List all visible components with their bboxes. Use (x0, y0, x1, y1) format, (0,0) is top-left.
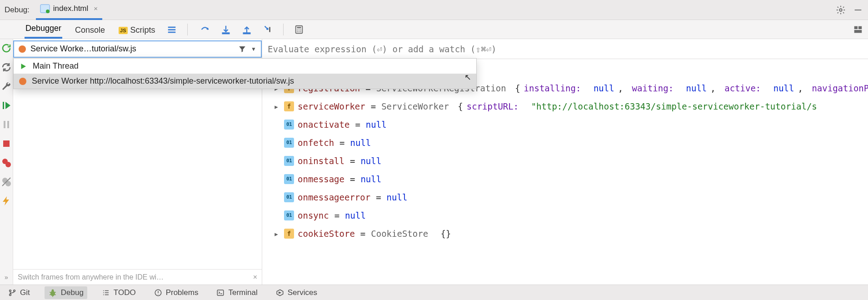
bottom-services[interactable]: Services (272, 286, 321, 299)
svg-rect-19 (854, 30, 862, 32)
svg-point-30 (10, 294, 11, 295)
close-icon[interactable]: × (253, 273, 257, 281)
sidebar: » (0, 39, 13, 285)
thread-dot-icon (19, 45, 26, 53)
thread-menu: Main Thread Service Worker http://localh… (13, 58, 477, 89)
debug-label: Debug: (5, 5, 30, 15)
breakpoints-icon[interactable] (0, 156, 13, 169)
calculator-icon[interactable] (294, 24, 304, 35)
minimize-icon[interactable] (853, 5, 863, 15)
variable-row[interactable]: 01 onactivate = null (272, 115, 868, 134)
center-area: Service Worke…tutorial/sw.js ▼ Main Thre… (13, 39, 868, 285)
property-badge-icon: 01 (284, 210, 294, 220)
tab-console[interactable]: Console (74, 22, 106, 39)
layout-settings-icon[interactable] (853, 24, 863, 35)
threads-list-icon[interactable] (166, 24, 177, 35)
svg-rect-10 (297, 27, 301, 28)
lightning-icon[interactable] (0, 195, 13, 207)
svg-point-32 (50, 290, 55, 296)
var-name: onsync (298, 206, 329, 225)
var-prop: navigationPreload (812, 79, 868, 97)
svg-point-31 (14, 290, 15, 291)
variable-row[interactable]: 01 onsync = null (272, 206, 868, 225)
bottom-debug[interactable]: Debug (45, 286, 87, 299)
svg-point-1 (46, 10, 50, 13)
bottom-todo[interactable]: TODO (98, 286, 140, 299)
file-tab-index-html[interactable]: index.html × (36, 0, 102, 20)
variable-row[interactable]: 01 onfetch = null (272, 134, 868, 152)
html-file-icon (40, 3, 50, 14)
update-app-icon[interactable] (0, 61, 13, 74)
variable-row[interactable]: 01 oninstall = null (272, 152, 868, 170)
git-branch-icon (8, 289, 16, 297)
bottom-terminal[interactable]: Terminal (213, 286, 261, 299)
bottom-bar: Git Debug TODO Problems Terminal Service… (0, 285, 868, 300)
bottom-git[interactable]: Git (5, 286, 34, 299)
mute-breakpoints-icon[interactable] (0, 175, 13, 188)
step-out-icon[interactable] (241, 24, 252, 35)
switch-frames-tip-label: Switch frames from anywhere in the IDE w… (18, 273, 164, 281)
wrench-icon[interactable] (0, 80, 13, 93)
svg-rect-7 (222, 33, 229, 34)
svg-point-25 (5, 162, 11, 167)
property-badge-icon: 01 (284, 120, 294, 130)
more-icon[interactable]: » (5, 274, 8, 281)
svg-rect-35 (218, 290, 224, 295)
expand-arrow-icon[interactable]: ▸ (272, 97, 280, 115)
var-value: "http://localhost:63343/simple-servicewo… (531, 97, 817, 115)
var-value: null (387, 188, 408, 206)
thread-dot-icon (19, 78, 26, 85)
bottom-todo-label: TODO (114, 288, 136, 297)
svg-rect-21 (4, 121, 5, 128)
expand-arrow-icon[interactable]: ▸ (272, 225, 280, 243)
divider (187, 24, 188, 35)
svg-rect-20 (3, 102, 4, 109)
tool-tabs: Debugger Console JS Scripts (25, 20, 156, 39)
svg-rect-22 (7, 121, 9, 128)
rerun-icon[interactable] (0, 42, 13, 55)
variable-row[interactable]: ▸ f cookieStore = CookieStore {} (272, 225, 868, 243)
variable-row[interactable]: ▸ f serviceWorker = ServiceWorker { scri… (272, 97, 868, 115)
var-name: oninstall (298, 152, 344, 170)
chevron-down-icon[interactable]: ▼ (251, 46, 256, 52)
run-to-cursor-icon[interactable] (262, 24, 273, 35)
bottom-problems-label: Problems (166, 288, 199, 297)
pause-icon[interactable] (0, 118, 13, 131)
tab-debugger[interactable]: Debugger (25, 20, 62, 39)
var-value: null (350, 134, 371, 152)
svg-rect-18 (858, 26, 862, 29)
file-tab-label: index.html (53, 4, 88, 13)
variable-row[interactable]: 01 onmessage = null (272, 170, 868, 188)
var-value: {} (441, 225, 451, 243)
frames-panel: Service Worke…tutorial/sw.js ▼ Main Thre… (13, 39, 262, 285)
var-value: null (360, 170, 381, 188)
tab-scripts[interactable]: JS Scripts (118, 22, 156, 39)
filter-icon[interactable] (238, 45, 246, 53)
bottom-problems[interactable]: Problems (150, 286, 202, 299)
step-into-icon[interactable] (220, 24, 231, 35)
thread-selector-label: Service Worke…tutorial/sw.js (30, 44, 234, 54)
variable-row[interactable]: 01 onmessageerror = null (272, 188, 868, 206)
var-name: onmessageerror (298, 188, 370, 206)
step-over-icon[interactable] (200, 24, 210, 35)
stop-icon[interactable] (0, 137, 13, 150)
thread-menu-main-thread[interactable]: Main Thread (14, 59, 476, 74)
thread-selector[interactable]: Service Worke…tutorial/sw.js ▼ (13, 40, 262, 58)
gear-icon[interactable] (835, 5, 846, 15)
var-name: cookieStore (298, 225, 355, 243)
close-icon[interactable]: × (94, 5, 98, 12)
expression-input[interactable] (268, 44, 868, 54)
var-value: null (366, 115, 387, 134)
title-bar: Debug: index.html × (0, 0, 868, 20)
bottom-debug-label: Debug (61, 288, 84, 297)
var-prop: active: (724, 79, 761, 97)
svg-rect-5 (168, 29, 175, 30)
thread-menu-label: Service Worker http://localhost:63343/si… (32, 76, 294, 86)
svg-point-15 (298, 31, 299, 32)
thread-menu-service-worker[interactable]: Service Worker http://localhost:63343/si… (14, 74, 476, 89)
svg-rect-4 (168, 26, 175, 28)
tab-scripts-label: Scripts (130, 25, 155, 35)
svg-point-2 (839, 9, 842, 11)
resume-icon[interactable] (0, 99, 13, 112)
bottom-git-label: Git (20, 288, 30, 297)
